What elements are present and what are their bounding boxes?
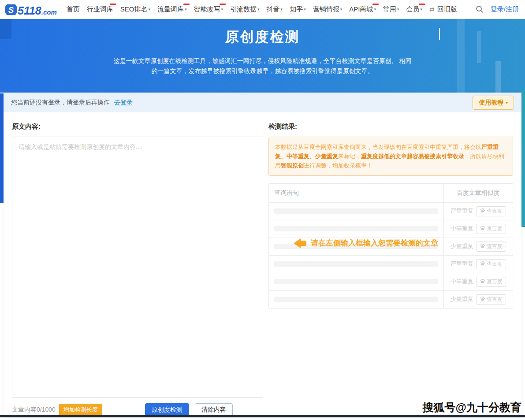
skeleton-bar <box>274 208 438 214</box>
column-query: 查询语句 <box>269 184 443 202</box>
similarity-cell: 少量重复 查百度 <box>443 290 513 308</box>
chevron-down-icon: ▾ <box>257 7 260 11</box>
svg-text:S: S <box>8 5 14 15</box>
baidu-paw-icon <box>480 225 485 232</box>
skeleton-bar <box>274 279 438 284</box>
nav-item-知乎[interactable]: 知乎▾ <box>290 5 306 14</box>
nav-item-智能改写[interactable]: 智能改写▾ <box>194 5 223 14</box>
nav-item-label: 行业词库 <box>87 5 113 13</box>
similarity-cell: 中等重复 查百度 <box>443 220 513 238</box>
logo-icon: S <box>4 1 18 16</box>
hot-badge <box>110 4 116 5</box>
nav-item-营销情报[interactable]: 营销情报▾ <box>313 5 343 14</box>
nav-item-label: 流量词库 <box>157 5 184 13</box>
nav-item-行业词库[interactable]: 行业词库 <box>87 5 113 14</box>
table-row: 严重重复 查百度 <box>269 255 513 273</box>
input-hint-text: 请在左侧输入框输入您需要检测的文章 <box>311 238 438 248</box>
nav-item-会员[interactable]: 会员▾ <box>406 5 422 14</box>
baidu-paw-icon <box>480 296 485 303</box>
nav-item-回旧版[interactable]: ⇄ 回旧版 <box>429 5 457 14</box>
nav-item-label: 会员 <box>406 5 419 13</box>
baidu-paw-icon <box>480 243 485 250</box>
nav-item-抖音[interactable]: 抖音▾ <box>267 5 283 14</box>
nav-item-常用[interactable]: 常用▾ <box>383 5 399 14</box>
top-nav: S 5118.com 首页 行业词库 SEO排名▾ 流量词库▾ 智能改写▾ 引流… <box>0 0 525 19</box>
table-row: 少量重复 查百度 <box>269 290 513 308</box>
article-textarea[interactable] <box>12 137 263 398</box>
bottom-dark-bar <box>0 415 525 417</box>
logo-text: 5118 <box>18 4 41 17</box>
switch-arrows-icon: ⇄ <box>429 6 435 13</box>
hero-decor-square <box>0 19 11 39</box>
left-arrow-icon <box>294 238 306 248</box>
main-menu: 首页 行业词库 SEO排名▾ 流量词库▾ 智能改写▾ 引流数据▾ 抖音▾ 知乎▾… <box>63 5 461 14</box>
nav-item-label: SEO排名 <box>120 5 148 13</box>
chevron-down-icon: ▾ <box>148 7 150 11</box>
chevron-down-icon: ▾ <box>374 7 376 11</box>
login-notice-bar: 您当前还没有登录，请登录后再操作 去登录 使用教程 ▾ <box>4 93 521 112</box>
chevron-down-icon: ▾ <box>397 7 399 11</box>
nav-item-label: 首页 <box>67 5 80 13</box>
similarity-label: 少量重复 <box>451 296 473 302</box>
tutorial-button[interactable]: 使用教程 ▾ <box>473 96 514 110</box>
check-baidu-button[interactable]: 查百度 <box>476 242 506 252</box>
original-content-heading: 原文内容: <box>12 123 263 131</box>
logo-suffix: .com <box>41 8 57 16</box>
similarity-label: 严重重复 <box>451 260 473 267</box>
go-login-link[interactable]: 去登录 <box>114 99 133 107</box>
query-cell <box>269 220 443 238</box>
chevron-down-icon: ▾ <box>185 7 187 11</box>
query-cell <box>269 255 443 273</box>
login-notice-text: 您当前还没有登录，请登录后再操作 <box>11 99 110 107</box>
results-notice-box: 本数据是从百度全网索引库查询而来，当发现该句在百度索引中重复严重，将会以严重重复… <box>268 137 513 176</box>
original-content-panel: 原文内容: 文章内容0/1000 增加检测长度 原创度检测 清除内容 <box>12 112 263 416</box>
hero-decor-bar <box>457 19 465 93</box>
results-panel: 检测结果: 本数据是从百度全网索引库查询而来，当发现该句在百度索引中重复严重，将… <box>268 112 513 416</box>
page-title: 原创度检测 <box>0 28 525 46</box>
baidu-paw-icon <box>480 260 485 268</box>
similarity-cell: 中等重复 查百度 <box>443 273 513 290</box>
similarity-cell: 少量重复 查百度 <box>443 238 513 255</box>
sohu-watermark: 搜狐号@九十分教育 <box>423 400 521 415</box>
page-body: 您当前还没有登录，请登录后再操作 去登录 使用教程 ▾ 原文内容: 文章内容0/… <box>0 93 525 417</box>
similarity-label: 少量重复 <box>451 242 473 249</box>
query-cell <box>269 290 443 308</box>
table-header-row: 查询语句 百度文章相似度 <box>269 184 513 202</box>
query-cell <box>269 273 443 290</box>
login-register-link[interactable]: 登录/注册 <box>491 5 519 14</box>
increase-length-button[interactable]: 增加检测长度 <box>59 404 102 416</box>
site-logo[interactable]: S 5118.com <box>4 1 57 17</box>
skeleton-bar <box>274 297 438 302</box>
nav-item-label: 回旧版 <box>437 5 457 13</box>
table-row: 严重重复 查百度 <box>269 202 513 220</box>
nav-item-label: API商城 <box>349 5 373 13</box>
left-blue-strip <box>0 93 4 203</box>
table-row: 中等重复 查百度 <box>269 273 513 290</box>
nav-item-首页[interactable]: 首页 <box>67 5 80 14</box>
hot-badge <box>419 4 425 5</box>
nav-item-引流数据[interactable]: 引流数据▾ <box>230 5 260 14</box>
check-baidu-button[interactable]: 查百度 <box>476 277 506 287</box>
nav-item-label: 常用 <box>383 5 396 13</box>
baidu-paw-icon <box>480 208 485 215</box>
nav-item-流量词库[interactable]: 流量词库▾ <box>157 5 187 14</box>
nav-item-API商城[interactable]: API商城▾ <box>349 5 376 14</box>
similarity-cell: 严重重复 查百度 <box>443 255 513 273</box>
skeleton-bar <box>274 226 438 231</box>
similarity-label: 中等重复 <box>451 225 473 231</box>
check-baidu-button[interactable]: 查百度 <box>476 224 506 234</box>
content-area: 原文内容: 文章内容0/1000 增加检测长度 原创度检测 清除内容 检测结果:… <box>4 112 521 416</box>
check-baidu-button[interactable]: 查百度 <box>476 206 506 216</box>
main-card: 您当前还没有登录，请登录后再操作 去登录 使用教程 ▾ 原文内容: 文章内容0/… <box>4 93 521 417</box>
nav-right: 登录/注册 <box>476 5 519 14</box>
chevron-down-icon: ▾ <box>420 7 422 11</box>
baidu-paw-icon <box>480 278 485 285</box>
check-baidu-button[interactable]: 查百度 <box>476 294 506 305</box>
chevron-down-icon: ▾ <box>304 7 306 11</box>
skeleton-bar <box>274 261 438 267</box>
hero-decor-bar <box>477 31 481 63</box>
check-baidu-button[interactable]: 查百度 <box>476 259 506 269</box>
nav-item-SEO排名[interactable]: SEO排名▾ <box>120 5 150 14</box>
search-icon[interactable] <box>476 5 484 13</box>
results-heading: 检测结果: <box>268 123 513 131</box>
